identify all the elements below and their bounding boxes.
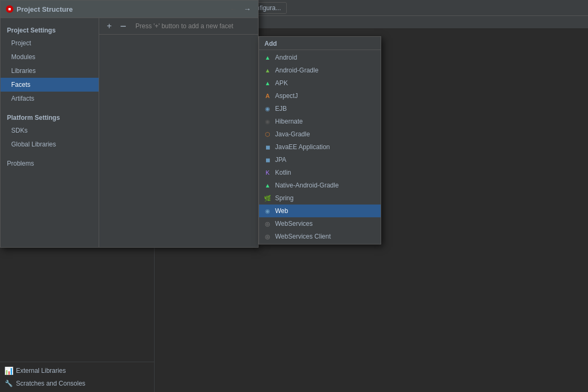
facet-java-gradle-label: Java-Gradle (275, 130, 310, 138)
add-dropdown-header: Add (259, 38, 381, 50)
ps-nav-global-libraries[interactable]: Global Libraries (1, 137, 99, 151)
facet-apk-label: APK (275, 79, 288, 87)
aspectj-icon: A (263, 92, 272, 100)
scratches-label: Scratches and Consoles (16, 380, 85, 387)
facet-webservices[interactable]: ◎ WebServices (259, 217, 381, 230)
facet-webservices-label: WebServices (275, 220, 312, 227)
java-gradle-icon: ⬡ (263, 130, 272, 138)
kotlin-icon: K (263, 168, 272, 177)
ps-nav-libraries[interactable]: Libraries (1, 64, 99, 78)
project-structure-popup: ■ Project Structure ← → Project Settings… (0, 0, 259, 248)
ps-forward-button[interactable]: → (242, 4, 253, 14)
facet-aspectj-label: AspectJ (275, 92, 298, 100)
facet-ejb[interactable]: ◉ EJB (259, 102, 381, 115)
spring-icon: 🌿 (263, 194, 272, 202)
tree-bottom: 📊 External Libraries 🔧 Scratches and Con… (0, 362, 154, 392)
project-settings-header: Project Settings (1, 24, 99, 36)
facet-java-gradle[interactable]: ⬡ Java-Gradle (259, 128, 381, 141)
ps-popup-header: ■ Project Structure ← → (1, 1, 258, 18)
facet-jpa[interactable]: ◼ JPA (259, 153, 381, 166)
ejb-icon: ◉ (263, 104, 272, 113)
facet-apk[interactable]: ▲ APK (259, 77, 381, 89)
webservices-icon: ◎ (263, 219, 272, 228)
facet-kotlin[interactable]: K Kotlin (259, 166, 381, 179)
platform-settings-header: Platform Settings (1, 112, 99, 124)
ps-hint-text: Press '+' button to add a new facet (131, 22, 238, 30)
facet-native-android-label: Native-Android-Gradle (275, 182, 339, 189)
ps-add-button[interactable]: + (103, 20, 115, 32)
facet-spring[interactable]: 🌿 Spring (259, 192, 381, 205)
webservices-client-icon: ◎ (263, 232, 272, 241)
add-facet-dropdown: Add ▲ Android ▲ Android-Gradle ▲ APK A A… (259, 36, 381, 244)
ps-nav-artifacts[interactable]: Artifacts (1, 92, 99, 105)
ps-nav-project[interactable]: Project (1, 36, 99, 50)
jpa-icon: ◼ (263, 156, 272, 164)
ps-nav-modules[interactable]: Modules (1, 50, 99, 64)
facet-javaee[interactable]: ◼ JavaEE Application (259, 141, 381, 153)
facet-android[interactable]: ▲ Android (259, 51, 381, 64)
facet-hibernate[interactable]: ◉ Hibernate (259, 115, 381, 128)
hibernate-icon: ◉ (263, 117, 272, 126)
facet-native-android[interactable]: ▲ Native-Android-Gradle (259, 179, 381, 192)
javaee-icon: ◼ (263, 143, 272, 151)
facet-ejb-label: EJB (275, 105, 287, 112)
gradle-icon: ▲ (263, 66, 272, 75)
native-android-icon: ▲ (263, 181, 272, 190)
facet-web[interactable]: ◉ Web (259, 205, 381, 217)
library-icon: 📊 (4, 366, 13, 375)
facet-spring-label: Spring (275, 194, 294, 202)
ps-right-header: + − Press '+' button to add a new facet (99, 18, 258, 35)
scratches-item[interactable]: 🔧 Scratches and Consoles (0, 377, 154, 390)
facet-kotlin-label: Kotlin (275, 169, 291, 176)
ps-popup-body: Project Settings Project Modules Librari… (1, 18, 258, 247)
ps-popup-title: Project Structure (17, 5, 225, 13)
facet-android-gradle[interactable]: ▲ Android-Gradle (259, 64, 381, 77)
facet-webservices-client-label: WebServices Client (275, 233, 331, 240)
ps-nav-sdks[interactable]: SDKs (1, 124, 99, 137)
facet-webservices-client[interactable]: ◎ WebServices Client (259, 230, 381, 243)
web-icon: ◉ (263, 207, 272, 215)
ps-back-button[interactable]: ← (228, 4, 239, 14)
ps-remove-button[interactable]: − (117, 20, 129, 32)
facet-web-label: Web (275, 207, 288, 215)
ps-right-panel: + − Press '+' button to add a new facet (99, 18, 258, 247)
project-structure-logo: ■ (6, 5, 13, 13)
ps-nav-problems[interactable]: Problems (1, 158, 99, 169)
external-libraries-item[interactable]: 📊 External Libraries (0, 364, 154, 377)
ps-nav: Project Settings Project Modules Librari… (1, 18, 99, 247)
facet-aspectj[interactable]: A AspectJ (259, 89, 381, 102)
ps-nav-facets[interactable]: Facets (1, 78, 99, 92)
facet-javaee-label: JavaEE Application (275, 143, 330, 151)
facet-android-gradle-label: Android-Gradle (275, 67, 318, 74)
facet-jpa-label: JPA (275, 156, 286, 164)
scratches-icon: 🔧 (4, 379, 13, 388)
apk-icon: ▲ (263, 79, 272, 87)
android-icon: ▲ (263, 53, 272, 62)
facet-android-label: Android (275, 54, 297, 61)
facet-hibernate-label: Hibernate (275, 118, 303, 125)
external-libraries-label: External Libraries (16, 367, 66, 374)
